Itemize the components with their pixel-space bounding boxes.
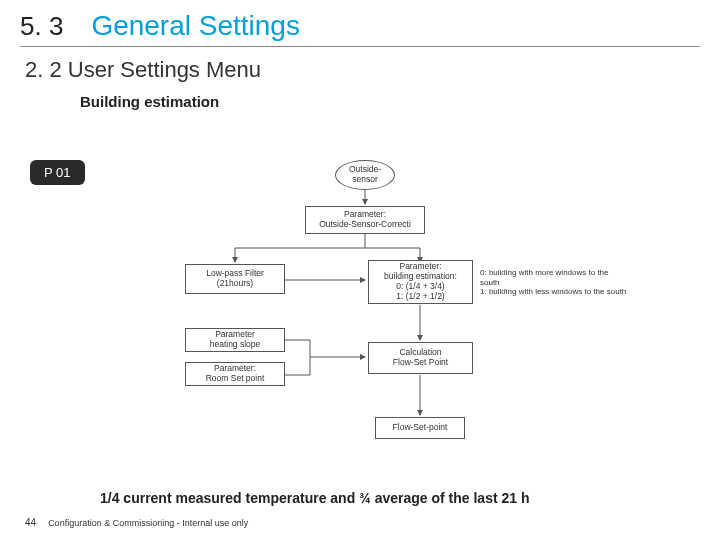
title-divider	[20, 46, 700, 47]
node-calc-flow: CalculationFlow-Set Point	[368, 342, 473, 374]
node-outside-sensor: Outside-sensor	[335, 160, 395, 190]
parameter-badge: P 01	[30, 160, 85, 185]
node-building-estimation: Parameter:building estimation:0: (1/4 + …	[368, 260, 473, 304]
node-room-setpoint: Parameter:Room Set point	[185, 362, 285, 386]
section-label: Building estimation	[0, 91, 720, 120]
slide-subtitle: 2. 2 User Settings Menu	[0, 53, 720, 91]
side-note: 0: building with more windows to the sou…	[480, 268, 630, 297]
footer-note: Configuration & Commissioning - Internal…	[48, 518, 248, 528]
footer: 44 Configuration & Commissioning - Inter…	[25, 517, 248, 528]
page-number: 44	[25, 517, 36, 528]
explanation-text: 1/4 current measured temperature and ¾ a…	[100, 490, 530, 506]
node-heating-slope: Parameterheating slope	[185, 328, 285, 352]
slide-title: General Settings	[91, 10, 300, 42]
slide-number-heading: 5. 3	[20, 11, 63, 42]
node-param-correction: Parameter:Outside-Sensor-Correcti	[305, 206, 425, 234]
title-row: 5. 3 General Settings	[0, 0, 720, 46]
flow-diagram: Outside-sensor Parameter:Outside-Sensor-…	[150, 160, 580, 470]
node-low-pass-filter: Low-pass Filter(21hours)	[185, 264, 285, 294]
node-flow-setpoint: Flow-Set-point	[375, 417, 465, 439]
